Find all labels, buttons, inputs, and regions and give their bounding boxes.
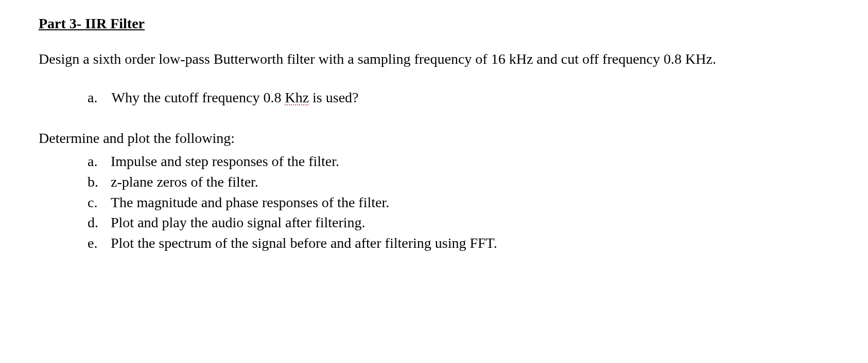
list-text: Impulse and step responses of the filter… [111, 153, 339, 169]
list-text: Plot the spectrum of the signal before a… [111, 235, 497, 251]
list-item: d. Plot and play the audio signal after … [88, 212, 829, 233]
task-list: a. Impulse and step responses of the fil… [39, 151, 829, 253]
list-text: z-plane zeros of the filter. [111, 174, 258, 190]
list-subheading: Determine and plot the following: [39, 128, 829, 148]
intro-paragraph: Design a sixth order low-pass Butterwort… [39, 49, 829, 69]
list-marker: d. [88, 212, 98, 233]
list-marker: e. [88, 233, 97, 253]
list-marker: a. [88, 151, 97, 172]
spellcheck-word: Khz [285, 89, 309, 105]
question-text-after: is used? [309, 89, 358, 105]
list-item: c. The magnitude and phase responses of … [88, 192, 829, 213]
list-item: e. Plot the spectrum of the signal befor… [88, 233, 829, 253]
question-item: a. Why the cutoff frequency 0.8 Khz is u… [39, 87, 829, 107]
list-text: Plot and play the audio signal after fil… [111, 214, 366, 230]
question-text-before: Why the cutoff frequency 0.8 [112, 89, 285, 105]
list-marker: c. [88, 192, 97, 213]
list-item: b. z-plane zeros of the filter. [88, 172, 829, 192]
list-marker: b. [88, 172, 98, 192]
section-title: Part 3- IIR Filter [39, 15, 829, 32]
list-text: The magnitude and phase responses of the… [111, 194, 389, 210]
list-item: a. Impulse and step responses of the fil… [88, 151, 829, 172]
question-marker: a. [88, 87, 108, 107]
